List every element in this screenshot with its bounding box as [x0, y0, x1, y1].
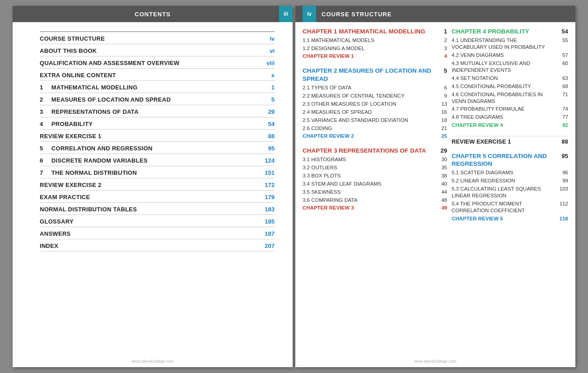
toc-page: 5	[257, 96, 275, 103]
toc-item: 3 REPRESENTATIONS OF DATA29	[40, 105, 275, 117]
toc-label: INDEX	[40, 242, 58, 249]
sub-item: 3.2 OUTLIERS35	[303, 164, 447, 172]
toc-item: INDEX207	[40, 239, 275, 252]
toc-page: vi	[257, 47, 275, 54]
toc-page: 151	[257, 169, 275, 176]
toc-label: 6 DISCRETE RANDOM VARIABLES	[40, 157, 148, 164]
course-structure-right-col: CHAPTER 4 PROBABILITY544.1 UNDERSTANDING…	[452, 28, 568, 229]
toc-item: COURSE STRUCTUREiv	[40, 31, 275, 44]
sub-item: 3.3 BOX PLOTS38	[303, 172, 447, 180]
sub-item: 2.3 OTHER MEASURES OF LOCATION13	[303, 100, 447, 108]
sub-item: 5.4 THE PRODUCT MOMENT CORRELATION COEFF…	[452, 200, 568, 215]
sub-item: 2.2 MEASURES OF CENTRAL TENDENCY9	[303, 92, 447, 100]
toc-page: 172	[257, 182, 275, 188]
chapter-title: CHAPTER 4 PROBABILITY	[452, 28, 529, 36]
toc-page: iv	[257, 35, 275, 42]
chapter-review-item: CHAPTER REVIEW 225	[303, 132, 447, 140]
chapter-main-page: 95	[562, 153, 568, 159]
toc-list: COURSE STRUCTUREivABOUT THIS BOOKviQUALI…	[40, 31, 275, 252]
sub-item: 5.2 LINEAR REGRESSION99	[452, 177, 568, 185]
chapter-review-item: CHAPTER REVIEW 14	[303, 52, 447, 60]
toc-label: 5 CORRELATION AND REGRESSION	[40, 145, 153, 152]
sub-item: 3.5 SKEWNESS44	[303, 188, 447, 196]
sub-item: 3.1 HISTOGRAMS30	[303, 156, 447, 164]
toc-page: 124	[257, 157, 275, 164]
sub-item: 2.5 VARIANCE AND STANDARD DEVIATION18	[303, 116, 447, 124]
sub-item: 4.3 MUTUALLY EXCLUSIVE AND INDEPENDENT E…	[452, 59, 568, 74]
toc-item: EXTRA ONLINE CONTENTx	[40, 69, 275, 81]
toc-label: ABOUT THIS BOOK	[40, 47, 97, 54]
sub-item: 4.1 UNDERSTANDING THE VOCABULARY USED IN…	[452, 37, 568, 51]
sub-item: 2.1 TYPES OF DATA6	[303, 84, 447, 92]
sub-item: 5.1 SCATTER DIAGRAMS96	[452, 169, 568, 177]
toc-item: GLOSSARY185	[40, 215, 275, 227]
sub-item: 1.2 DESIGNING A MODEL3	[303, 44, 447, 52]
course-structure-left-col: CHAPTER 1 MATHEMATICAL MODELLING11.1 MAT…	[303, 28, 447, 229]
toc-page: 88	[257, 133, 275, 140]
left-footer: www.alevelcollege.com	[13, 359, 293, 364]
toc-label: 7 THE NORMAL DISTRIBUTION	[40, 169, 137, 176]
chapter-block: CHAPTER 2 MEASURES OF LOCATION AND SPREA…	[303, 67, 447, 140]
toc-page: 1	[257, 84, 275, 91]
chapter-title: CHAPTER 2 MEASURES OF LOCATION AND SPREA…	[303, 67, 444, 83]
chapter-review-item: CHAPTER REVIEW 5118	[452, 215, 568, 222]
toc-page: 179	[257, 194, 275, 200]
toc-page: 29	[257, 108, 275, 115]
toc-label: GLOSSARY	[40, 218, 74, 225]
sub-item: 1.1 MATHEMATICAL MODELS2	[303, 37, 447, 45]
chapter-main-page: 1	[444, 28, 447, 35]
toc-label: NORMAL DISTRIBUTION TABLES	[40, 206, 137, 213]
toc-label: EXTRA ONLINE CONTENT	[40, 72, 116, 79]
toc-item: QUALIFICATION AND ASSESSMENT OVERVIEWvii…	[40, 56, 275, 69]
chapter-title-row: CHAPTER 2 MEASURES OF LOCATION AND SPREA…	[303, 67, 447, 84]
sub-item: 4.4 SET NOTATION63	[452, 74, 568, 82]
toc-item: 4 PROBABILITY54	[40, 117, 275, 130]
course-structure-body: CHAPTER 1 MATHEMATICAL MODELLING11.1 MAT…	[295, 22, 575, 233]
toc-label: QUALIFICATION AND ASSESSMENT OVERVIEW	[40, 60, 179, 66]
chapter-title: CHAPTER 1 MATHEMATICAL MODELLING	[303, 28, 425, 36]
toc-page: 207	[257, 242, 275, 249]
chapter-block: CHAPTER 4 PROBABILITY544.1 UNDERSTANDING…	[452, 28, 568, 129]
toc-item: NORMAL DISTRIBUTION TABLES183	[40, 203, 275, 215]
sub-item: 3.4 STEM AND LEAF DIAGRAMS40	[303, 180, 447, 188]
toc-page: 95	[257, 145, 275, 152]
chapter-review-item: CHAPTER REVIEW 482	[452, 121, 568, 129]
sub-item: 4.6 CONDITIONAL PROBABILITIES IN VENN DI…	[452, 90, 568, 105]
chapter-title-row: CHAPTER 3 REPRESENTATIONS OF DATA29	[303, 147, 447, 156]
toc-page: viii	[257, 60, 275, 66]
right-page-header: iv COURSE STRUCTURE	[295, 6, 575, 22]
course-structure-title: COURSE STRUCTURE	[322, 11, 392, 18]
sub-item: 3.6 COMPARING DATA48	[303, 196, 447, 204]
toc-label: 4 PROBABILITY	[40, 121, 93, 127]
sub-item: 4.5 CONDITIONAL PROBABILITY68	[452, 82, 568, 90]
chapter-main-page: 29	[441, 147, 447, 154]
contents-body: COURSE STRUCTUREivABOUT THIS BOOKviQUALI…	[13, 22, 293, 256]
chapter-title: CHAPTER 3 REPRESENTATIONS OF DATA	[303, 147, 426, 155]
toc-item: EXAM PRACTICE179	[40, 191, 275, 203]
toc-item: ABOUT THIS BOOKvi	[40, 44, 275, 56]
chapter-block: REVIEW EXERCISE 188	[452, 136, 568, 145]
toc-item: REVIEW EXERCISE 188	[40, 130, 275, 142]
sub-item: 2.6 CODING21	[303, 124, 447, 132]
toc-label: REVIEW EXERCISE 2	[40, 182, 102, 188]
toc-item: 2 MEASURES OF LOCATION AND SPREAD5	[40, 93, 275, 105]
sub-item: 4.2 VENN DIAGRAMS57	[452, 51, 568, 59]
sub-item: 5.3 CALCULATING LEAST SQUARES LINEAR REG…	[452, 185, 568, 200]
toc-item: 5 CORRELATION AND REGRESSION95	[40, 142, 275, 154]
toc-page: x	[257, 72, 275, 79]
left-page-header: CONTENTS iii	[13, 6, 293, 22]
review-exercise-title: REVIEW EXERCISE 188	[452, 136, 568, 145]
toc-page: 185	[257, 218, 275, 225]
chapter-title-row: CHAPTER 4 PROBABILITY54	[452, 28, 568, 37]
chapter-title-row: CHAPTER 5 CORRELATION AND REGRESSION95	[452, 152, 568, 169]
toc-page: 187	[257, 230, 275, 237]
chapter-title: CHAPTER 5 CORRELATION AND REGRESSION	[452, 152, 562, 168]
chapter-block: CHAPTER 3 REPRESENTATIONS OF DATA293.1 H…	[303, 147, 447, 211]
right-page-number: iv	[303, 6, 316, 22]
left-page: CONTENTS iii COURSE STRUCTUREivABOUT THI…	[13, 6, 293, 367]
page-number-badge: iii	[279, 6, 293, 22]
toc-label: EXAM PRACTICE	[40, 194, 90, 200]
right-footer: www.alevelcollege.com	[295, 359, 575, 364]
toc-item: 1 MATHEMATICAL MODELLING1	[40, 81, 275, 93]
chapter-main-page: 5	[444, 67, 447, 74]
